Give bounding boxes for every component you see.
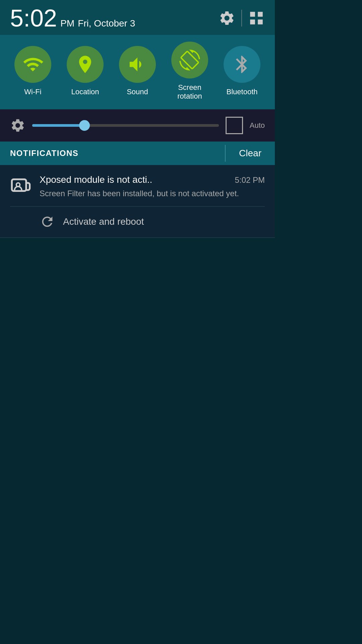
quick-settings-panel: Wi-Fi Location Sound [0, 35, 275, 109]
quick-icons-row: Wi-Fi Location Sound [7, 42, 268, 101]
empty-notification-area [0, 238, 275, 506]
svg-rect-2 [250, 19, 255, 24]
notifications-title: NOTIFICATIONS [0, 142, 225, 165]
bluetooth-icon [232, 54, 252, 75]
quick-toggle-bluetooth[interactable]: Bluetooth [224, 46, 260, 96]
refresh-icon [40, 214, 55, 229]
wifi-icon-circle [14, 46, 51, 83]
status-divider [241, 10, 242, 26]
notification-app-icon [10, 176, 32, 197]
notification-title-row: Xposed module is not acti.. 5:02 PM [40, 174, 265, 185]
quick-toggle-wifi[interactable]: Wi-Fi [14, 46, 51, 96]
settings-icon[interactable] [219, 10, 235, 26]
sound-icon [127, 54, 148, 75]
quick-toggle-location[interactable]: Location [67, 46, 104, 96]
notifications-header: NOTIFICATIONS Clear [0, 142, 275, 165]
notification-card: Xposed module is not acti.. 5:02 PM Scre… [0, 165, 275, 238]
location-icon-circle [67, 46, 104, 83]
notification-text-content: Xposed module is not acti.. 5:02 PM Scre… [40, 174, 265, 199]
svg-rect-1 [258, 12, 263, 17]
notification-time: 5:02 PM [235, 175, 265, 185]
brightness-fill [32, 124, 84, 127]
screen-rotation-label: Screenrotation [177, 83, 202, 101]
clock-time: 5:02 [10, 6, 57, 30]
notification-body: Screen Filter has been installed, but is… [40, 189, 239, 198]
quick-toggle-screen-rotation[interactable]: Screenrotation [171, 42, 208, 101]
status-bar: 5:02 PM Fri, October 3 [0, 0, 275, 35]
sound-icon-circle [119, 46, 156, 83]
svg-rect-3 [258, 19, 263, 24]
auto-brightness-label: Auto [250, 121, 265, 130]
auto-brightness-checkbox[interactable] [226, 117, 243, 134]
notification-action-row[interactable]: Activate and reboot [10, 207, 265, 237]
clear-notifications-button[interactable]: Clear [226, 142, 275, 165]
wifi-icon [22, 54, 43, 75]
location-icon [75, 54, 96, 75]
brightness-settings-icon[interactable] [10, 118, 25, 133]
wifi-label: Wi-Fi [24, 88, 41, 96]
brightness-thumb [79, 120, 90, 131]
screen-rotation-icon [179, 50, 200, 70]
brightness-slider[interactable] [32, 124, 219, 127]
bluetooth-icon-circle [224, 46, 260, 83]
screen-rotation-icon-circle [171, 42, 208, 78]
notification-action-label: Activate and reboot [63, 216, 144, 227]
sound-label: Sound [127, 88, 148, 96]
location-label: Location [71, 88, 99, 96]
status-date: Fri, October 3 [78, 18, 135, 29]
status-time-group: 5:02 PM Fri, October 3 [10, 6, 135, 30]
brightness-row: Auto [0, 109, 275, 142]
svg-rect-0 [250, 12, 255, 17]
clock-ampm: PM [60, 18, 74, 29]
bluetooth-label: Bluetooth [227, 88, 258, 96]
quick-toggle-sound[interactable]: Sound [119, 46, 156, 96]
notification-title: Xposed module is not acti.. [40, 174, 152, 185]
notification-main-content: Xposed module is not acti.. 5:02 PM Scre… [10, 174, 265, 199]
grid-icon[interactable] [248, 10, 265, 26]
status-icons-group [219, 10, 265, 26]
